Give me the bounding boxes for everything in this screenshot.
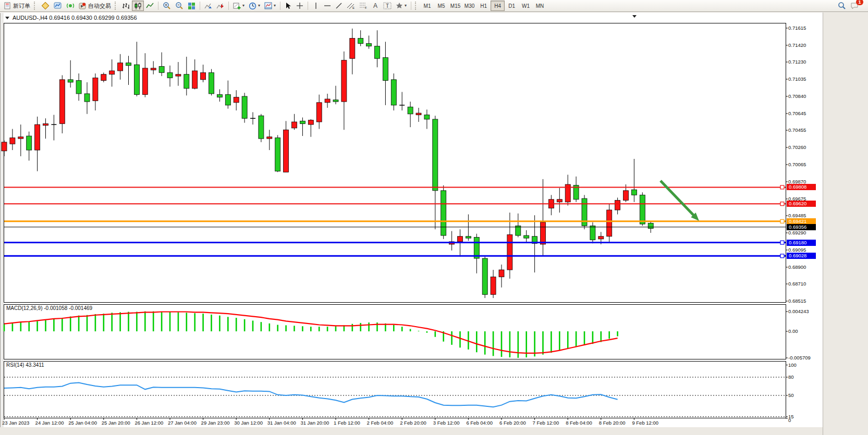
price-chart[interactable] xyxy=(0,0,868,435)
search-icon xyxy=(838,2,846,10)
date-label: 3 Feb 12:00 xyxy=(433,420,460,426)
axis-tick-label: 0.00 xyxy=(788,328,798,334)
text-tool-button[interactable]: A xyxy=(370,1,381,11)
timeframe-m30-button[interactable]: M30 xyxy=(462,1,476,11)
tile-windows-button[interactable] xyxy=(186,1,198,11)
chart-shift-icon xyxy=(216,2,224,10)
rsi-label: RSI(14) 43.3411 xyxy=(6,362,44,368)
axis-tick-label: 100 xyxy=(788,362,797,368)
axis-tick-label: 50 xyxy=(788,392,794,398)
horizontal-line-tool-button[interactable] xyxy=(322,1,333,11)
axis-tick-label: 0.70260 xyxy=(788,144,806,150)
fibonacci-tool-button[interactable]: F xyxy=(357,1,370,11)
cursor-button[interactable] xyxy=(283,1,294,11)
date-label: 27 Jan 04:00 xyxy=(168,420,197,426)
price-line-label: 0.69356 xyxy=(787,224,816,230)
templates-button[interactable]: ▾ xyxy=(262,1,278,11)
main-toolbar: 新订单 自动交易 ▾ ▾ xyxy=(0,0,868,12)
line-chart-icon xyxy=(146,2,154,10)
axis-tick-label: 0.004243 xyxy=(788,308,809,314)
channel-tool-button[interactable]: E xyxy=(345,1,357,11)
crosshair-button[interactable] xyxy=(294,1,305,11)
svg-text:F: F xyxy=(365,6,367,9)
timeframe-m1-button[interactable]: M1 xyxy=(420,1,434,11)
timeframe-mn-button[interactable]: MN xyxy=(533,1,547,11)
text-label-tool-button[interactable]: T xyxy=(381,1,394,11)
date-label: 1 Feb 12:00 xyxy=(334,420,360,426)
date-label: 29 Jan 23:00 xyxy=(201,420,230,426)
axis-tick-label: 0.70455 xyxy=(788,127,806,133)
autotrading-icon xyxy=(79,2,87,10)
zoom-out-button[interactable] xyxy=(173,1,186,11)
date-label: 6 Feb 04:00 xyxy=(466,420,493,426)
chevron-down-icon: ▾ xyxy=(258,4,260,8)
crosshair-icon xyxy=(296,2,303,9)
bar-chart-button[interactable] xyxy=(120,1,132,11)
new-order-button[interactable]: 新订单 xyxy=(2,1,32,11)
date-label: 2 Feb 04:00 xyxy=(367,420,394,426)
date-label: 23 Jan 2023 xyxy=(2,420,29,426)
axis-tick-label: 0.68900 xyxy=(788,264,806,270)
equidistant-channel-icon: E xyxy=(347,2,355,9)
clock-icon xyxy=(249,2,256,10)
chart-menu-triangle-icon[interactable] xyxy=(5,17,9,19)
toolbar-grip[interactable] xyxy=(34,2,38,10)
candlestick-chart-button[interactable] xyxy=(132,1,144,11)
chart-shift-button[interactable] xyxy=(214,1,226,11)
periods-button[interactable]: ▾ xyxy=(247,1,262,11)
signals-button[interactable] xyxy=(64,1,77,11)
date-label: 24 Jan 12:00 xyxy=(35,420,64,426)
date-label: 6 Feb 20:00 xyxy=(499,420,526,426)
auto-scroll-button[interactable] xyxy=(202,1,214,11)
axis-tick-label: 0.69870 xyxy=(788,179,806,184)
date-label: 25 Jan 20:00 xyxy=(102,420,130,426)
price-line-label: 0.69808 xyxy=(787,184,816,190)
timeframe-h1-button[interactable]: H1 xyxy=(476,1,491,11)
vertical-line-icon xyxy=(312,2,320,9)
market-watch-button[interactable] xyxy=(52,1,64,11)
new-chart-button[interactable]: ▾ xyxy=(231,1,247,11)
vertical-line-tool-button[interactable] xyxy=(310,1,322,11)
trendline-tool-button[interactable] xyxy=(333,1,345,11)
toolbar-grip[interactable] xyxy=(415,2,419,10)
timeframe-w1-button[interactable]: W1 xyxy=(519,1,533,11)
timeframe-d1-button[interactable]: D1 xyxy=(505,1,519,11)
axis-tick-label: 0.71230 xyxy=(788,59,806,65)
axis-tick-label: 0.70840 xyxy=(788,93,806,99)
date-label: 31 Jan 20:00 xyxy=(300,420,329,426)
date-label: 8 Feb 04:00 xyxy=(566,420,592,426)
mql-market-button[interactable] xyxy=(39,1,52,11)
date-label: 7 Feb 12:00 xyxy=(533,420,559,426)
search-button[interactable] xyxy=(836,1,848,11)
date-label: 8 Feb 20:00 xyxy=(599,420,626,426)
tile-windows-icon xyxy=(188,2,195,10)
notification-badge: 1 xyxy=(856,0,863,5)
arrows-tool-button[interactable]: ▾ xyxy=(394,1,409,11)
axis-tick-label: 0.69095 xyxy=(788,247,806,253)
bar-chart-icon xyxy=(122,2,130,10)
autotrading-button[interactable]: 自动交易 xyxy=(77,1,113,11)
axis-tick-label: 0.71420 xyxy=(788,42,806,48)
market-watch-icon xyxy=(54,2,62,10)
line-chart-button[interactable] xyxy=(144,1,156,11)
axis-tick-label: 0.71615 xyxy=(788,25,806,31)
toolbar-separator xyxy=(280,2,280,10)
toolbar-separator xyxy=(228,2,229,10)
arrows-tool-icon xyxy=(396,2,403,9)
notifications-button[interactable]: 1 xyxy=(848,1,861,11)
chart-title-row: AUDUSD-,H4 0.69416 0.69430 0.69299 0.693… xyxy=(0,14,824,22)
axis-tick-label: 0.70645 xyxy=(788,110,806,116)
timeframe-h4-button[interactable]: H4 xyxy=(491,1,505,11)
toolbar-separator xyxy=(411,2,411,10)
toolbar-grip[interactable] xyxy=(115,2,118,10)
axis-tick-label: 0 xyxy=(788,417,791,423)
axis-tick-label: -0.005709 xyxy=(788,355,811,361)
timeframe-m5-button[interactable]: M5 xyxy=(434,1,448,11)
text-label-icon: T xyxy=(383,2,392,9)
candlestick-chart-icon xyxy=(134,2,142,10)
axis-tick-label: 0.68710 xyxy=(788,281,806,287)
date-label: 26 Jan 12:00 xyxy=(135,420,163,426)
chevron-down-icon: ▾ xyxy=(274,4,276,8)
zoom-in-button[interactable] xyxy=(161,1,173,11)
timeframe-m15-button[interactable]: M15 xyxy=(448,1,462,11)
